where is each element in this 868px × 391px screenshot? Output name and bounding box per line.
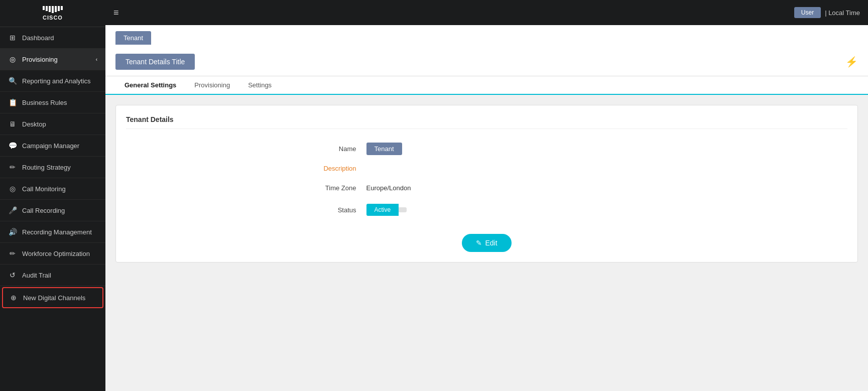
page-title: Tenant Details Title [115, 54, 195, 70]
edit-btn-container: ✎ Edit [126, 234, 847, 252]
sidebar-item-label: Reporting and Analytics [22, 77, 91, 85]
sidebar-item-label: Business Rules [22, 99, 67, 106]
sidebar-item-label: Routing Strategy [22, 164, 71, 171]
dashboard-icon: ⊞ [8, 34, 17, 42]
name-badge: Tenant [366, 143, 402, 155]
sidebar-item-business-rules[interactable]: 📋 Business Rules [0, 92, 105, 113]
status-toggle[interactable]: Active [366, 204, 407, 216]
tenant-details-card: Tenant Details Name Tenant Description [115, 105, 858, 263]
sidebar-logo: CISCO [0, 0, 105, 27]
timezone-label: Time Zone [286, 184, 366, 192]
name-label: Name [286, 145, 366, 153]
status-active-button[interactable]: Active [366, 204, 399, 216]
audit-trail-icon: ↺ [8, 271, 17, 279]
sidebar-item-dashboard[interactable]: ⊞ Dashboard [0, 27, 105, 49]
reporting-icon: 🔍 [8, 77, 17, 85]
menu-toggle-button[interactable]: ≡ [113, 8, 119, 18]
sidebar-item-audit-trail[interactable]: ↺ Audit Trail [0, 265, 105, 286]
edit-button[interactable]: ✎ Edit [462, 234, 511, 252]
sidebar-item-call-monitoring[interactable]: ◎ Call Monitoring [0, 178, 105, 200]
sidebar: CISCO ⊞ Dashboard ◎ Provisioning ‹ 🔍 Rep… [0, 0, 105, 391]
business-rules-icon: 📋 [8, 98, 17, 106]
call-monitoring-icon: ◎ [8, 185, 17, 193]
sidebar-item-call-recording[interactable]: 🎤 Call Recording [0, 200, 105, 221]
content-area: Tenant Tenant Details Title ⚡ General Se… [105, 25, 868, 391]
edit-button-label: Edit [485, 239, 497, 247]
sidebar-item-new-digital[interactable]: ⊕ New Digital Channels [2, 287, 103, 308]
campaign-icon: 💬 [8, 142, 17, 150]
timezone-row: Time Zone Europe/London [286, 178, 688, 198]
recording-mgmt-icon: 🔊 [8, 228, 17, 236]
sidebar-item-label: Workforce Optimization [22, 250, 90, 257]
sidebar-item-label: Dashboard [22, 34, 54, 42]
sidebar-item-label: Audit Trail [22, 272, 51, 279]
sidebar-item-label: Desktop [22, 120, 46, 128]
page-action-icon[interactable]: ⚡ [845, 56, 858, 68]
provisioning-icon: ◎ [8, 55, 17, 63]
card-title: Tenant Details [126, 115, 847, 129]
user-badge: User [794, 7, 821, 18]
sidebar-item-label: Call Monitoring [22, 185, 66, 193]
workforce-icon: ✏ [8, 249, 17, 257]
description-label: Description [286, 165, 366, 172]
timezone-value: Europe/London [366, 184, 411, 192]
sidebar-item-label: Call Recording [22, 207, 65, 214]
tab-settings[interactable]: Settings [239, 76, 281, 95]
content-section: Tenant Details Name Tenant Description [105, 95, 868, 273]
main-area: ≡ User | Local Time Tenant Tenant Detail… [105, 0, 868, 391]
sidebar-item-routing[interactable]: ✏ Routing Strategy [0, 157, 105, 178]
tenant-form: Name Tenant Description Time Zone Europe… [286, 139, 688, 222]
status-inactive-button[interactable] [399, 207, 407, 212]
page-header: Tenant Tenant Details Title ⚡ [105, 25, 868, 76]
sidebar-item-desktop[interactable]: 🖥 Desktop [0, 113, 105, 135]
sidebar-item-label: Provisioning [22, 56, 58, 63]
routing-icon: ✏ [8, 163, 17, 171]
sidebar-item-workforce[interactable]: ✏ Workforce Optimization [0, 243, 105, 265]
sidebar-item-label: Campaign Manager [22, 142, 79, 150]
tabs-row: General Settings Provisioning Settings [105, 76, 868, 95]
sidebar-item-label: Recording Management [22, 228, 92, 236]
chevron-icon: ‹ [96, 57, 97, 62]
tab-provisioning[interactable]: Provisioning [185, 76, 239, 95]
tab-general-settings[interactable]: General Settings [115, 76, 185, 95]
status-row: Status Active [286, 198, 688, 222]
status-label: Status [286, 206, 366, 214]
name-value: Tenant [366, 145, 402, 153]
description-row: Description [286, 159, 688, 178]
call-recording-icon: 🎤 [8, 206, 17, 214]
topbar: ≡ User | Local Time [105, 0, 868, 25]
sidebar-item-label: New Digital Channels [23, 294, 85, 302]
topbar-right: User | Local Time [794, 7, 860, 18]
sidebar-item-reporting[interactable]: 🔍 Reporting and Analytics [0, 70, 105, 92]
sidebar-item-campaign[interactable]: 💬 Campaign Manager [0, 135, 105, 157]
breadcrumb-tab: Tenant [115, 31, 151, 45]
desktop-icon: 🖥 [8, 120, 17, 128]
sidebar-item-provisioning[interactable]: ◎ Provisioning ‹ [0, 49, 105, 70]
page-title-bar: Tenant Details Title ⚡ [115, 50, 858, 76]
local-time-label: | Local Time [825, 9, 860, 17]
new-digital-icon: ⊕ [9, 294, 18, 302]
edit-icon: ✎ [476, 239, 482, 247]
sidebar-item-recording-mgmt[interactable]: 🔊 Recording Management [0, 221, 105, 243]
cisco-logo: CISCO [43, 6, 63, 21]
name-row: Name Tenant [286, 139, 688, 159]
topbar-left: ≡ [113, 8, 119, 18]
